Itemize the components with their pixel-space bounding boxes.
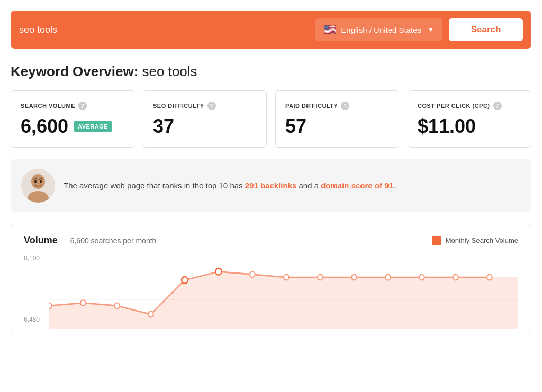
domain-score-highlight: domain score of 91 xyxy=(321,181,393,190)
metric-label-cpc: COST PER CLICK (CPC) ? xyxy=(418,102,521,110)
info-icon-cpc[interactable]: ? xyxy=(493,102,502,110)
metric-card-search-volume: SEARCH VOLUME ? 6,600 AVERAGE xyxy=(11,90,134,148)
metric-cards: SEARCH VOLUME ? 6,600 AVERAGE SEO DIFFIC… xyxy=(11,90,531,148)
y-label-low: 6,480 xyxy=(24,316,40,323)
metric-card-seo-difficulty: SEO DIFFICULTY ? 37 xyxy=(143,90,267,148)
search-button[interactable]: Search xyxy=(449,18,523,41)
info-icon-paid-difficulty[interactable]: ? xyxy=(341,102,349,110)
svg-point-16 xyxy=(351,275,357,280)
svg-point-3 xyxy=(34,180,37,183)
svg-point-19 xyxy=(453,275,458,280)
page-title: Keyword Overview: seo tools xyxy=(11,63,531,80)
svg-point-9 xyxy=(114,303,120,309)
metric-value-search-volume: 6,600 AVERAGE xyxy=(21,115,124,138)
metric-card-cpc: COST PER CLICK (CPC) ? $11.00 xyxy=(408,90,531,148)
svg-point-20 xyxy=(487,275,492,280)
metric-value-paid-difficulty: 57 xyxy=(285,115,389,138)
chart-section: Volume 6,600 searches per month Monthly … xyxy=(11,224,531,334)
metric-label-paid-difficulty: PAID DIFFICULTY ? xyxy=(285,102,389,110)
average-badge: AVERAGE xyxy=(74,121,112,132)
legend-label: Monthly Search Volume xyxy=(446,236,518,244)
info-text: The average web page that ranks in the t… xyxy=(64,179,395,192)
info-block: The average web page that ranks in the t… xyxy=(11,159,531,212)
chart-legend: Monthly Search Volume xyxy=(432,236,518,245)
info-icon-search-volume[interactable]: ? xyxy=(78,102,87,110)
metric-label-seo-difficulty: SEO DIFFICULTY ? xyxy=(153,102,257,110)
svg-point-10 xyxy=(148,312,153,317)
chart-svg-wrapper xyxy=(49,254,518,329)
language-label: English / United States xyxy=(341,25,421,34)
flag-icon: 🇺🇸 xyxy=(323,23,337,36)
chart-subtitle: 6,600 searches per month xyxy=(70,236,157,245)
chart-title: Volume xyxy=(24,235,58,246)
metric-label-search-volume: SEARCH VOLUME ? xyxy=(21,102,124,110)
svg-point-4 xyxy=(40,180,42,183)
y-labels: 8,100 6,480 xyxy=(24,254,40,329)
info-icon-seo-difficulty[interactable]: ? xyxy=(207,102,216,110)
svg-point-12 xyxy=(215,268,222,275)
chart-svg xyxy=(49,254,518,329)
svg-point-8 xyxy=(80,300,86,306)
avatar xyxy=(21,169,55,203)
svg-point-17 xyxy=(385,275,391,280)
svg-point-1 xyxy=(31,174,45,189)
metric-value-seo-difficulty: 37 xyxy=(153,115,257,138)
svg-point-14 xyxy=(284,275,289,280)
svg-point-15 xyxy=(318,275,323,280)
legend-color-box xyxy=(432,236,441,245)
chart-area: 8,100 6,480 xyxy=(24,254,518,329)
svg-point-13 xyxy=(250,271,255,277)
search-bar: 🇺🇸 English / United States ▼ Search xyxy=(11,11,531,49)
chart-header: Volume 6,600 searches per month Monthly … xyxy=(24,235,518,246)
page-title-keyword: seo tools xyxy=(142,63,197,79)
svg-point-18 xyxy=(419,275,424,280)
svg-point-11 xyxy=(182,277,188,284)
y-label-high: 8,100 xyxy=(24,254,40,262)
svg-point-7 xyxy=(49,303,52,309)
search-input-wrapper xyxy=(19,24,309,35)
metric-card-paid-difficulty: PAID DIFFICULTY ? 57 xyxy=(275,90,399,148)
metric-value-cpc: $11.00 xyxy=(418,115,521,138)
page-title-prefix: Keyword Overview: xyxy=(11,63,138,79)
language-selector[interactable]: 🇺🇸 English / United States ▼ xyxy=(315,18,442,41)
chevron-down-icon: ▼ xyxy=(428,26,434,33)
search-input[interactable] xyxy=(19,24,309,35)
backlinks-highlight: 291 backlinks xyxy=(245,181,297,190)
